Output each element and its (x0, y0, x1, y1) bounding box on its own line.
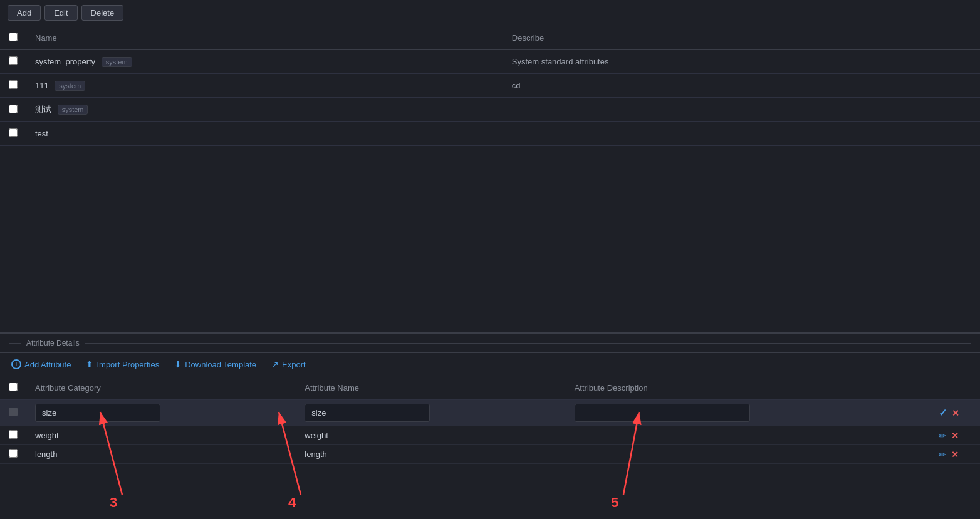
add-button[interactable]: Add (8, 5, 41, 21)
edit-button[interactable]: Edit (44, 5, 77, 21)
row-name: 测试 system (26, 98, 503, 122)
table-row: 111 system cd (0, 74, 980, 98)
confirm-icon[interactable]: ✓ (939, 407, 947, 419)
delete-button[interactable]: Delete (81, 5, 124, 21)
attr-toolbar: + Add Attribute ⬆ Import Properties ⬇ Do… (0, 353, 980, 376)
row-describe (503, 98, 980, 122)
export-icon: ↗ (271, 359, 279, 369)
properties-table: Name Describe system_property system Sys… (0, 26, 980, 146)
attr-table-row: weight weight ✏ ✕ (0, 426, 980, 445)
attr-row-checkbox[interactable] (9, 430, 18, 439)
attr-row-desc (566, 426, 930, 445)
editing-row-actions: ✓ ✕ (939, 407, 971, 419)
attr-select-all-checkbox[interactable] (9, 383, 18, 391)
table-row: test (0, 122, 980, 146)
import-icon: ⬆ (86, 359, 93, 369)
download-icon: ⬇ (174, 359, 182, 369)
attr-row-category: length (26, 445, 296, 464)
row-checkbox[interactable] (9, 80, 18, 89)
row-describe: System standard attributes (503, 50, 980, 74)
add-attribute-button[interactable]: + Add Attribute (9, 358, 73, 371)
main-table-area: Name Describe system_property system Sys… (0, 26, 980, 333)
top-toolbar: Add Edit Delete (0, 0, 980, 26)
attr-row-category: weight (26, 426, 296, 445)
row-tag: system (55, 81, 85, 91)
attr-name-header: Attribute Name (296, 376, 565, 400)
section-label: Attribute Details (0, 333, 980, 353)
row-name: 111 system (26, 74, 503, 98)
row-tag: system (102, 57, 132, 67)
svg-text:4: 4 (288, 495, 296, 510)
row-checkbox[interactable] (9, 128, 18, 137)
attr-row-actions: ✏ ✕ (939, 450, 971, 460)
row-name: test (26, 122, 503, 146)
describe-col-header: Describe (503, 26, 980, 50)
delete-attr-icon[interactable]: ✕ (951, 450, 959, 460)
select-all-checkbox[interactable] (9, 33, 18, 41)
attr-name-input[interactable] (305, 404, 430, 422)
row-describe (503, 122, 980, 146)
attr-row-checkbox[interactable] (9, 449, 18, 458)
name-col-header: Name (26, 26, 503, 50)
download-template-button[interactable]: ⬇ Download Template (172, 358, 259, 371)
attr-editing-row: ✓ ✕ (0, 400, 980, 426)
attr-category-input[interactable] (35, 404, 160, 422)
table-row: system_property system System standard a… (0, 50, 980, 74)
table-row: 测试 system (0, 98, 980, 122)
attr-row-name: length (296, 445, 565, 464)
attr-row-desc (566, 445, 930, 464)
delete-attr-icon[interactable]: ✕ (951, 431, 959, 441)
attr-row-name: weight (296, 426, 565, 445)
row-tag: system (58, 105, 88, 115)
cancel-icon[interactable]: ✕ (952, 408, 959, 418)
row-name: system_property system (26, 50, 503, 74)
attr-desc-header: Attribute Description (566, 376, 930, 400)
svg-text:5: 5 (611, 495, 618, 510)
attribute-table: Attribute Category Attribute Name Attrib… (0, 376, 980, 464)
row-checkbox[interactable] (9, 105, 18, 113)
row-describe: cd (503, 74, 980, 98)
svg-text:3: 3 (110, 495, 117, 510)
edit-attr-icon[interactable]: ✏ (939, 431, 946, 441)
attr-category-header: Attribute Category (26, 376, 296, 400)
export-button[interactable]: ↗ Export (269, 358, 308, 371)
attr-table-row: length length ✏ ✕ (0, 445, 980, 464)
attr-desc-input[interactable] (575, 404, 750, 422)
edit-attr-icon[interactable]: ✏ (939, 450, 946, 460)
row-checkbox[interactable] (9, 56, 18, 65)
plus-icon: + (11, 359, 21, 369)
attr-row-actions: ✏ ✕ (939, 431, 971, 441)
import-properties-button[interactable]: ⬆ Import Properties (83, 358, 162, 371)
attribute-details-section: Attribute Details + Add Attribute ⬆ Impo… (0, 333, 980, 464)
